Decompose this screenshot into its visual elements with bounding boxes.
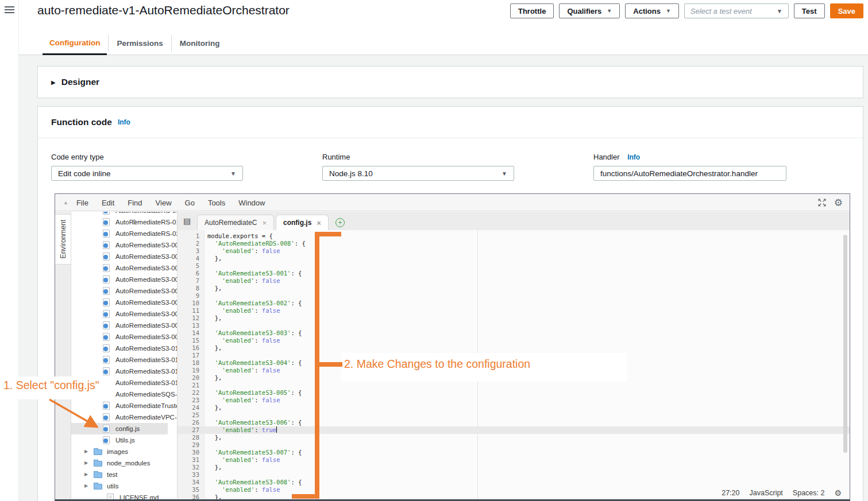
hamburger-menu-icon[interactable]	[5, 6, 14, 7]
code-line[interactable]	[207, 471, 306, 479]
code-line[interactable]: 'AutoRemediateS3-004': {	[207, 359, 306, 367]
code-line[interactable]: 'enabled': false	[207, 307, 306, 314]
folder-expand-icon[interactable]: ▶	[84, 457, 88, 469]
code-line[interactable]: 'enabled': false	[207, 247, 306, 255]
runtime-select[interactable]: Node.js 8.10 ▼	[322, 166, 514, 181]
tree-item-autoremediaters-00[interactable]: AutoRemediateRS-00	[71, 212, 168, 216]
code-line[interactable]: 'enabled': true	[207, 426, 306, 434]
code-line[interactable]: },	[207, 494, 306, 499]
code-line[interactable]: },	[207, 434, 306, 441]
code-line[interactable]	[207, 322, 306, 329]
code-entry-type-select[interactable]: Edit code inline ▼	[51, 166, 243, 181]
folder-expand-icon[interactable]: ▶	[84, 480, 88, 492]
code-line[interactable]: },	[207, 314, 306, 322]
tab-list-icon[interactable]: ▤	[183, 216, 191, 226]
code-line[interactable]: 'enabled': false	[207, 277, 306, 285]
code-line[interactable]: 'AutoRemediateS3-003': {	[207, 329, 306, 337]
code-line[interactable]: 'enabled': false	[207, 486, 306, 494]
tree-item-autoremediates3-00[interactable]: AutoRemediateS3-00	[71, 308, 168, 320]
tree-item-autoremediates3-01[interactable]: AutoRemediateS3-01	[71, 366, 168, 377]
code-line[interactable]: 'enabled': false	[207, 367, 306, 374]
new-tab-plus-icon[interactable]: +	[335, 218, 345, 227]
code-line[interactable]	[207, 352, 306, 359]
actions-button[interactable]: Actions▼	[625, 3, 679, 18]
test-button[interactable]: Test	[794, 3, 825, 18]
close-tab-icon[interactable]: ×	[262, 219, 267, 227]
test-event-select[interactable]: Select a test event ▼	[684, 3, 789, 18]
code-line[interactable]	[207, 262, 306, 270]
tree-item-config.js[interactable]: config.js	[71, 423, 168, 434]
handler-input[interactable]: functions/AutoRemediateOrchestrator.hand…	[593, 166, 786, 181]
editor-settings-gear-icon[interactable]: ⚙	[834, 197, 843, 208]
save-button[interactable]: Save	[830, 3, 863, 18]
tree-item-utils.js[interactable]: Utils.js	[71, 434, 168, 446]
tree-item-autoremediatevpc-0[interactable]: AutoRemediateVPC-0	[71, 411, 168, 423]
code-line[interactable]: 'enabled': false	[207, 397, 306, 404]
editor-menu-tools[interactable]: Tools	[208, 199, 225, 207]
tree-item-node-modules[interactable]: ▶node_modules	[71, 457, 168, 469]
code-line[interactable]: 'enabled': false	[207, 456, 306, 464]
code-line[interactable]: 'AutoRemediateRDS-008': {	[207, 240, 306, 247]
tree-item-utils[interactable]: ▶utils	[71, 480, 168, 492]
folder-expand-icon[interactable]: ▶	[84, 469, 88, 480]
editor-menu-view[interactable]: View	[156, 199, 172, 207]
code-scrollbar-thumb[interactable]	[843, 235, 847, 453]
language-mode[interactable]: JavaScript	[749, 489, 782, 497]
tab-monitoring[interactable]: Monitoring	[173, 32, 227, 55]
code-line[interactable]: },	[207, 285, 306, 292]
code-line[interactable]: 'AutoRemediateS3-001': {	[207, 270, 306, 277]
expand-triangle-icon[interactable]: ▶	[51, 79, 56, 86]
tree-item-license.md[interactable]: LICENSE.md	[71, 492, 168, 499]
tree-item-test[interactable]: ▶test	[71, 469, 168, 480]
collapse-editor-icon[interactable]: ▲	[63, 200, 68, 205]
editor-menu-file[interactable]: File	[76, 199, 88, 207]
close-tab-icon[interactable]: ×	[317, 219, 321, 227]
tree-item-autoremediates3-00[interactable]: AutoRemediateS3-00	[71, 285, 168, 297]
tree-item-autoremediates3-00[interactable]: AutoRemediateS3-00	[71, 239, 168, 251]
code-line[interactable]: },	[207, 374, 306, 382]
code-line[interactable]: },	[207, 255, 306, 262]
tree-item-images[interactable]: ▶images	[71, 446, 168, 457]
status-settings-gear-icon[interactable]: ⚙	[834, 488, 842, 498]
editor-menu-edit[interactable]: Edit	[102, 199, 114, 207]
code-line[interactable]	[207, 441, 306, 449]
tree-item-autoremediates3-00[interactable]: AutoRemediateS3-00	[71, 297, 168, 308]
tree-item-autoremediates3-00[interactable]: AutoRemediateS3-00	[71, 251, 168, 262]
qualifiers-button[interactable]: Qualifiers▼	[559, 3, 620, 18]
code-line[interactable]: },	[207, 344, 306, 352]
indent-setting[interactable]: Spaces: 2	[793, 489, 825, 497]
editor-tab-autoremediatec[interactable]: AutoRemediateC ×	[197, 215, 274, 230]
code-line[interactable]: 'AutoRemediateS3-008': {	[207, 479, 306, 486]
editor-menu-window[interactable]: Window	[238, 199, 265, 207]
tree-item-autoremediatetruste[interactable]: AutoRemediateTruste	[71, 400, 168, 411]
code-line[interactable]: 'AutoRemediateS3-002': {	[207, 300, 306, 307]
code-line[interactable]: module.exports = {	[207, 232, 306, 240]
code-line[interactable]: 'AutoRemediateS3-007': {	[207, 449, 306, 456]
code-line[interactable]	[207, 411, 306, 419]
tree-item-autoremediates3-00[interactable]: AutoRemediateS3-00	[71, 331, 168, 343]
code-line[interactable]: 'AutoRemediateS3-006': {	[207, 419, 306, 426]
info-link[interactable]: Info	[118, 118, 130, 126]
tree-item-autoremediates3-00[interactable]: AutoRemediateS3-00	[71, 320, 168, 331]
code-line[interactable]: 'enabled': false	[207, 337, 306, 344]
tab-configuration[interactable]: Configuration	[43, 32, 107, 55]
tree-item-autoremediaters-02[interactable]: AutoRemediateRS-02	[71, 228, 168, 239]
editor-tab-configjs[interactable]: config.js ×	[276, 215, 329, 230]
environment-sidebar-tab[interactable]: Environment	[55, 214, 71, 265]
tab-permissions[interactable]: Permissions	[110, 32, 169, 55]
code-line[interactable]	[207, 382, 306, 389]
editor-menu-go[interactable]: Go	[185, 199, 195, 207]
tree-item-autoremediates3-01[interactable]: AutoRemediateS3-01	[71, 343, 168, 354]
code-line[interactable]: },	[207, 464, 306, 471]
fullscreen-icon[interactable]	[817, 198, 827, 207]
tree-item-autoremediates3-00[interactable]: AutoRemediateS3-00	[71, 274, 168, 285]
code-line[interactable]: 'AutoRemediateS3-005': {	[207, 389, 306, 397]
throttle-button[interactable]: Throttle	[510, 3, 554, 18]
tree-item-autoremediates3-01[interactable]: AutoRemediateS3-01	[71, 354, 168, 366]
folder-expand-icon[interactable]: ▶	[84, 446, 88, 457]
code-line[interactable]: },	[207, 404, 306, 411]
tree-item-autoremediates3-00[interactable]: AutoRemediateS3-00	[71, 262, 168, 274]
cursor-position[interactable]: 27:20	[722, 489, 739, 497]
code-line[interactable]	[207, 292, 306, 300]
designer-panel[interactable]: ▶ Designer	[37, 66, 863, 98]
